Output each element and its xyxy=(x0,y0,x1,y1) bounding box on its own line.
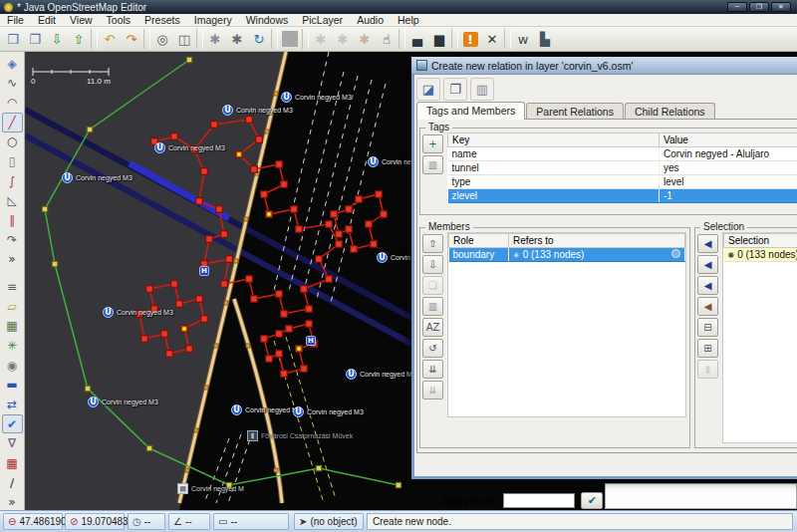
open-file-icon[interactable]: ❒ xyxy=(2,28,24,50)
deselect-members-icon[interactable]: ⊞ xyxy=(697,339,718,358)
toolbox-panel-icon[interactable]: ▦ xyxy=(2,453,23,473)
add-selection-at-start-icon[interactable]: ◀ xyxy=(697,234,718,253)
tags-key-header[interactable]: Key xyxy=(448,133,660,147)
apply-role-confirm-icon[interactable]: ✔ xyxy=(581,492,603,509)
validator-panel-icon[interactable]: ✔ xyxy=(2,414,23,434)
menu-item[interactable]: Imagery xyxy=(187,14,239,26)
zoom-tool-icon[interactable]: ○ xyxy=(2,133,23,152)
menu-item[interactable]: Help xyxy=(391,14,426,26)
filter-panel-icon[interactable]: ∇ xyxy=(2,433,23,453)
close-tool-icon[interactable]: ✕ xyxy=(481,28,503,50)
lasso-node-tool-icon[interactable]: ∿ xyxy=(2,74,23,94)
tag-row[interactable]: tunnelyes xyxy=(448,161,797,175)
add-tag-icon[interactable]: + xyxy=(422,134,443,153)
sidebar-icon[interactable] xyxy=(2,269,23,277)
toolbar-icon[interactable] xyxy=(196,29,203,49)
dialog-title-bar[interactable]: Create new relation in layer 'corvin_v6.… xyxy=(411,57,797,75)
menu-item[interactable]: Presets xyxy=(137,14,187,26)
merge-disabled-icon[interactable]: ✱ xyxy=(310,28,332,50)
restore-button[interactable]: ❐ xyxy=(749,2,769,12)
add-selection-after-icon[interactable]: ◀ xyxy=(697,276,718,295)
mirror-panel-icon[interactable]: ⇄ xyxy=(2,395,23,414)
pan-hand-icon[interactable]: ☝ xyxy=(376,28,398,50)
delete-tag-icon[interactable]: ▥ xyxy=(422,155,443,174)
lasso-tool-icon[interactable]: ◠ xyxy=(2,93,23,113)
menu-item[interactable]: PicLayer xyxy=(295,14,350,26)
move-member-up-icon[interactable]: ⇧ xyxy=(422,234,443,253)
apply-role-input[interactable] xyxy=(503,493,575,508)
tab-child-relations[interactable]: Child Relations xyxy=(625,103,715,120)
menu-item[interactable]: File xyxy=(0,14,31,26)
reverse-members-icon[interactable]: ↺ xyxy=(422,339,443,358)
toolbar-icon[interactable] xyxy=(302,29,309,49)
apply-changes-icon[interactable]: ◪ xyxy=(416,78,440,101)
measure-panel-icon[interactable]: ∕ xyxy=(2,473,23,493)
orthogonalize-disabled-icon[interactable]: ✱ xyxy=(354,28,376,50)
car-routing-icon[interactable]: ▄ xyxy=(406,28,428,50)
select-members-icon[interactable]: ⊟ xyxy=(697,318,718,337)
menu-item[interactable]: Edit xyxy=(31,14,63,26)
selection-header[interactable]: Selection xyxy=(724,234,797,248)
toolbar-icon[interactable] xyxy=(271,29,278,49)
bus-routing-icon[interactable]: ▆ xyxy=(428,28,450,50)
members-refers-header[interactable]: Refers to xyxy=(509,234,685,248)
save-icon[interactable]: ❐ xyxy=(24,28,46,50)
delete-relation-icon[interactable]: ▥ xyxy=(470,78,494,101)
toolbar-icon[interactable] xyxy=(143,29,150,49)
layers-panel-icon[interactable]: ≡ xyxy=(2,277,23,297)
move-member-down-icon[interactable]: ⇩ xyxy=(422,255,443,274)
redo-icon[interactable]: ↷ xyxy=(121,28,142,50)
menu-item[interactable]: Windows xyxy=(239,14,296,26)
remove-selected-icon[interactable]: ▮ xyxy=(697,360,718,379)
preferences-icon[interactable]: ◫ xyxy=(173,28,195,50)
delete-tool-icon[interactable]: ▯ xyxy=(2,151,23,171)
minimize-button[interactable]: ─ xyxy=(727,2,747,12)
selection-row[interactable]: ❋0 (133 nodes) xyxy=(724,248,797,262)
angle-tool-icon[interactable]: ◺ xyxy=(2,191,23,211)
tab-tags-and-members[interactable]: Tags and Members xyxy=(416,102,525,120)
warning-icon[interactable]: ! xyxy=(459,28,481,50)
tag-row[interactable]: zlevel-1 xyxy=(448,189,797,203)
menu-item[interactable]: View xyxy=(63,14,100,26)
gps-panel-icon[interactable]: ◉ xyxy=(2,356,23,376)
extrude-tool-icon[interactable]: ↷ xyxy=(2,230,23,250)
move-tool-icon[interactable]: ◈ xyxy=(2,54,23,74)
tag-row[interactable]: nameCorvin negyed - Aluljaro xyxy=(448,147,797,161)
unglue-way-icon[interactable]: ✱ xyxy=(204,28,226,50)
draw-node-tool-icon[interactable]: ╱ xyxy=(2,113,23,133)
add-selection-at-end-icon[interactable]: ◀ xyxy=(697,297,718,316)
combine-disabled-icon[interactable]: ✱ xyxy=(332,28,354,50)
parallel-tool-icon[interactable]: ∥ xyxy=(2,210,23,230)
sort-members-icon[interactable]: AZ xyxy=(422,318,443,337)
menu-item[interactable]: Tools xyxy=(100,14,138,26)
toolbar-icon[interactable] xyxy=(398,29,405,49)
split-way-icon[interactable]: ✱ xyxy=(226,28,248,50)
improve-way-tool-icon[interactable]: ∫ xyxy=(2,171,23,191)
undo-icon[interactable]: ↶ xyxy=(99,28,121,50)
add-selection-before-icon[interactable]: ◀ xyxy=(697,255,718,274)
toolbar-icon[interactable] xyxy=(504,29,511,49)
tags-panel-icon[interactable]: ▱ xyxy=(2,297,23,317)
tag-row[interactable]: typelevel xyxy=(448,175,797,189)
download-data-icon[interactable]: ⇩ xyxy=(46,28,68,50)
imagery-blank-icon[interactable] xyxy=(279,28,301,50)
menu-item[interactable]: Audio xyxy=(350,14,391,26)
download-incomplete-members-icon[interactable]: ⇊ xyxy=(422,381,443,399)
tags-value-header[interactable]: Value xyxy=(660,133,797,147)
edit-member-icon[interactable]: ❏ xyxy=(422,276,443,295)
toolbar-icon[interactable] xyxy=(91,29,98,49)
more-tools-icon[interactable]: » xyxy=(2,250,23,270)
tab-parent-relations[interactable]: Parent Relations xyxy=(526,103,624,120)
sync-icon[interactable]: ↻ xyxy=(248,28,270,50)
close-button[interactable]: ✕ xyxy=(771,2,791,12)
zoom-to-selection-icon[interactable]: ◎ xyxy=(151,28,173,50)
members-role-header[interactable]: Role xyxy=(449,234,509,248)
map-style-panel-icon[interactable]: ▦ xyxy=(2,316,23,336)
download-members-icon[interactable]: ⇊ xyxy=(422,360,443,379)
measurement-icon[interactable]: ▙ xyxy=(534,28,556,50)
remove-member-icon[interactable]: ▥ xyxy=(422,297,443,316)
upload-data-icon[interactable]: ⇧ xyxy=(68,28,90,50)
duplicate-relation-icon[interactable]: ❐ xyxy=(443,78,467,101)
wms-panel-icon[interactable]: ✳ xyxy=(2,336,23,356)
toolbar-icon[interactable] xyxy=(451,29,458,49)
